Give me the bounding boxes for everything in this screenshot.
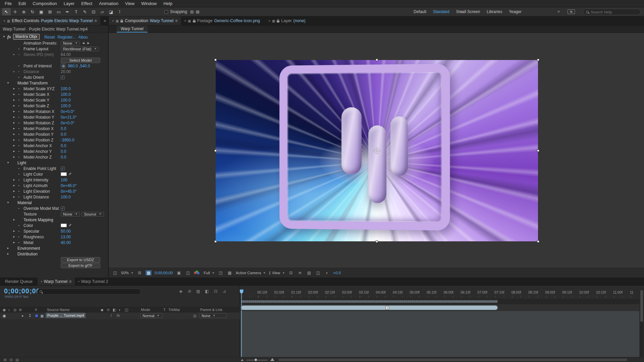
preset-prev-icon[interactable]: ◀ <box>82 42 85 45</box>
lock-icon[interactable] <box>193 20 196 22</box>
expander-icon[interactable]: ► <box>13 110 17 113</box>
selection-handle[interactable] <box>214 240 217 243</box>
stopwatch-icon[interactable]: ◔ <box>17 75 23 79</box>
orbit-camera-tool[interactable]: ↻ <box>28 8 37 15</box>
blend-mode-dropdown[interactable]: Normal▼ <box>140 313 162 318</box>
value-text[interactable]: 960.0 ,540.0 <box>68 64 90 68</box>
stopwatch-icon[interactable]: ◔ <box>17 229 23 233</box>
panel-menu-icon[interactable]: ≡ <box>175 18 177 23</box>
workspace-item[interactable]: Small Screen <box>453 7 483 16</box>
reset-exposure-icon[interactable]: ◐ <box>324 270 330 276</box>
layer-anchor-point[interactable] <box>375 148 379 153</box>
eyedropper-icon[interactable]: ✎ <box>68 172 71 176</box>
lock-icon[interactable] <box>120 20 123 22</box>
expander-icon[interactable]: ► <box>13 133 17 136</box>
graph-editor-icon[interactable]: ⊿ <box>221 289 227 294</box>
value-text[interactable]: 64.00 <box>61 52 71 57</box>
stopwatch-icon[interactable]: ◔ <box>17 121 23 125</box>
frame-blending-icon[interactable]: ◧ <box>204 289 210 294</box>
viewport-timecode[interactable]: 0;00;00;00 <box>155 271 173 275</box>
close-icon[interactable]: × <box>112 19 114 23</box>
column-mode[interactable]: Mode <box>141 308 150 312</box>
expander-icon[interactable]: ► <box>13 178 17 181</box>
menu-item[interactable]: Effect <box>78 0 96 7</box>
panel-menu-icon[interactable]: ≡ <box>95 18 97 23</box>
transparency-grid-icon[interactable]: ▦ <box>227 270 233 276</box>
timeline-tab[interactable]: ▪ Warp Tunnel 2 <box>75 278 113 285</box>
hand-tool[interactable]: ✛ <box>11 8 19 15</box>
timeline-horizontal-scrollbar[interactable] <box>278 359 627 361</box>
value-text[interactable]: 0.0 <box>61 155 66 160</box>
workspace-item[interactable]: Default <box>411 7 429 16</box>
color-swatch[interactable] <box>61 224 67 227</box>
close-icon[interactable]: × <box>3 19 5 23</box>
menu-item[interactable]: Layer <box>60 0 78 7</box>
stopwatch-icon[interactable]: ◔ <box>17 241 23 245</box>
value-dropdown-2[interactable]: Source▼ <box>82 212 104 217</box>
stopwatch-icon[interactable]: ◔ <box>17 47 23 51</box>
timeline-search-input[interactable] <box>44 290 131 294</box>
stopwatch-icon[interactable]: ◔ <box>17 53 23 57</box>
selection-handle[interactable] <box>214 59 217 61</box>
expander-icon[interactable]: ► <box>13 127 17 130</box>
show-channel-icon[interactable] <box>194 270 201 275</box>
checkbox[interactable] <box>61 75 65 79</box>
stopwatch-icon[interactable]: ◔ <box>17 189 23 193</box>
selection-handle[interactable] <box>376 240 378 243</box>
expander-icon[interactable]: ► <box>7 247 11 250</box>
expander-icon[interactable]: ► <box>13 241 17 244</box>
panel-overflow-icon[interactable]: » <box>104 18 106 23</box>
expander-icon[interactable]: ► <box>13 190 17 193</box>
stopwatch-icon[interactable]: ◔ <box>17 144 23 148</box>
snap-options-icon[interactable]: ⊞ <box>189 9 195 14</box>
value-text[interactable]: 0.0 <box>61 132 66 137</box>
expander-icon[interactable]: ▼ <box>7 161 11 164</box>
layer-source-name[interactable]: Purple ... Tunnel.mp4 <box>46 313 86 318</box>
lock-icon[interactable] <box>277 20 279 22</box>
value-text[interactable]: -3950.0 <box>61 138 74 142</box>
stopwatch-icon[interactable]: ◔ <box>17 195 23 199</box>
expander-icon[interactable]: ► <box>13 87 17 90</box>
effect-expander-icon[interactable]: ▼ <box>3 35 5 38</box>
viewer-tab[interactable]: × ▦ Layer (none) <box>265 16 311 25</box>
snap-grid-icon[interactable]: ⊠ <box>195 9 201 14</box>
flowchart-icon[interactable]: ◫ <box>315 270 321 276</box>
stopwatch-icon[interactable]: ◔ <box>17 93 23 97</box>
expander-icon[interactable]: ► <box>13 218 17 221</box>
selection-handle[interactable] <box>537 59 539 61</box>
workspace-menu-icon[interactable]: ≡ <box>459 10 464 14</box>
motion-blur-icon[interactable]: ⊡ <box>213 289 219 294</box>
expander-icon[interactable]: ► <box>13 99 17 102</box>
roto-brush-tool[interactable]: ◪ <box>107 8 115 15</box>
timeline-button-icon[interactable]: ▤ <box>306 270 312 276</box>
clone-stamp-tool[interactable]: ⊡ <box>89 8 98 15</box>
grid-guides-icon[interactable]: ⊞ <box>137 270 143 276</box>
value-text[interactable]: 13.00 <box>61 235 71 239</box>
value-text[interactable]: 0x+0.0° <box>61 121 74 125</box>
column-source-name[interactable]: Source Name <box>47 308 69 312</box>
type-tool[interactable]: T <box>72 8 80 15</box>
value-text[interactable]: 100.0 <box>61 195 71 199</box>
column-parent-link[interactable]: Parent & Link <box>200 308 222 312</box>
value-text[interactable]: 50.00 <box>61 229 71 234</box>
checkbox[interactable] <box>61 167 65 171</box>
puppet-pin-tool[interactable]: ⊺ <box>115 8 124 15</box>
camera-tool[interactable]: ▣ <box>37 8 46 15</box>
color-swatch[interactable] <box>61 172 67 176</box>
work-area-bar[interactable] <box>241 300 498 303</box>
value-text[interactable]: 0x+0.0° <box>61 109 74 114</box>
timeline-vertical-scrollbar[interactable] <box>640 289 643 357</box>
menu-item[interactable]: Composition <box>29 0 60 7</box>
menu-item[interactable]: File <box>1 0 15 7</box>
menu-item[interactable]: Edit <box>15 0 29 7</box>
zoom-out-icon[interactable] <box>241 359 244 361</box>
expander-icon[interactable]: ► <box>13 144 17 147</box>
current-timecode[interactable]: 0;00;00;00 <box>4 287 40 295</box>
pan-behind-tool[interactable]: ⊞ <box>46 8 54 15</box>
workspace-item[interactable]: Libraries <box>484 7 505 16</box>
point-of-interest-icon[interactable]: ⊕ <box>61 63 66 69</box>
value-text[interactable]: 100.0 <box>61 104 71 108</box>
pick-whip-icon[interactable]: ◎ <box>193 313 197 318</box>
expander-icon[interactable]: ► <box>13 184 17 187</box>
value-button[interactable]: Export to USDZ <box>61 257 100 262</box>
